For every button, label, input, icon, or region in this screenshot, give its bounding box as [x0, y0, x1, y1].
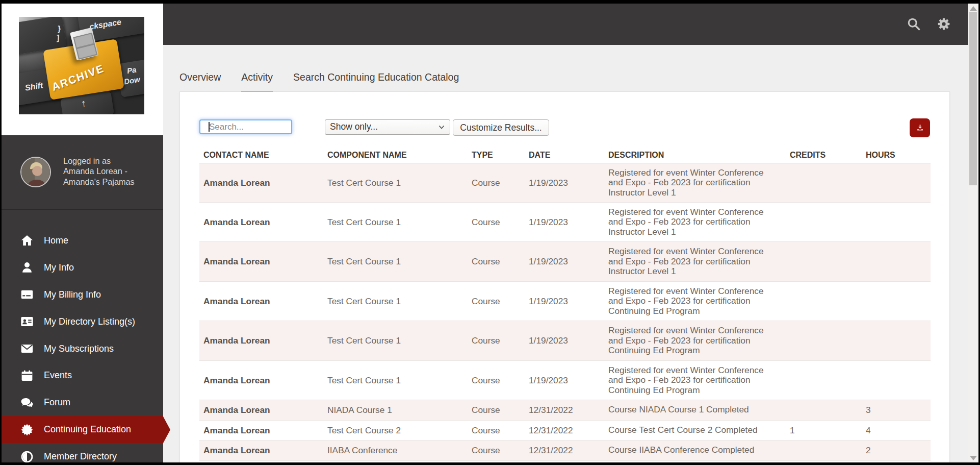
sidebar-item-events[interactable]: Events: [2, 362, 163, 389]
credit-card-icon: [20, 288, 34, 301]
cell-description: Registered for event Winter Conference a…: [608, 286, 774, 316]
cell-credits: 1: [790, 425, 795, 435]
sidebar-menu: HomeMy InfoMy Billing InfoMy Directory L…: [2, 227, 163, 465]
download-button[interactable]: [910, 118, 930, 137]
cell-date: 12/31/2022: [529, 405, 573, 415]
tab-activity[interactable]: Activity: [241, 71, 273, 91]
archive-key: ARCHIVE: [43, 39, 124, 100]
cell-contact: Amanda Lorean: [203, 445, 270, 456]
scroll-thumb[interactable]: [969, 12, 977, 185]
sidebar-item-label: My Directory Listing(s): [44, 316, 135, 327]
table-body: Amanda LoreanTest Cert Course 1Course1/1…: [199, 163, 931, 461]
cell-description: Registered for event Winter Conference a…: [608, 168, 774, 198]
cell-date: 1/19/2023: [529, 335, 568, 346]
envelope-icon: [20, 342, 34, 355]
show-only-select[interactable]: Show only...: [325, 119, 450, 135]
sidebar-item-label: Continuing Education: [44, 424, 131, 435]
cell-component: Test Cert Course 1: [327, 177, 401, 188]
sidebar-item-continuing-education[interactable]: Continuing Education: [2, 416, 163, 443]
logged-in-line1: Logged in as: [63, 156, 135, 166]
cell-type: Course: [472, 405, 500, 415]
gear-icon[interactable]: [937, 17, 951, 31]
sidebar-item-my-info[interactable]: My Info: [2, 254, 163, 281]
scroll-down-arrow[interactable]: [970, 456, 977, 460]
search-icon[interactable]: [907, 17, 921, 31]
window-frame: [0, 0, 2, 465]
column-header-date: DATE: [529, 151, 550, 160]
tab-search-continuing-education-catalog[interactable]: Search Continuing Education Catalog: [293, 71, 459, 91]
cell-description: Course Test Cert Course 2 Completed: [608, 425, 774, 435]
cell-component: NIADA Course 1: [327, 405, 392, 415]
activity-card: Show only... Customize Results... CONTAC…: [179, 91, 950, 464]
sidebar-divider: [2, 209, 163, 210]
cell-contact: Amanda Lorean: [203, 335, 270, 346]
tab-overview[interactable]: Overview: [179, 71, 221, 91]
sidebar-item-my-directory-listing-s[interactable]: My Directory Listing(s): [2, 308, 163, 335]
download-icon: [916, 124, 924, 132]
cell-component: Test Cert Course 1: [327, 335, 401, 346]
sidebar-item-my-subscriptions[interactable]: My Subscriptions: [2, 335, 163, 362]
cell-type: Course: [472, 216, 500, 227]
cell-date: 1/19/2023: [529, 177, 568, 188]
sidebar: } ] ckspace Shift Pa Dow ↑ ARCHIVE: [2, 4, 163, 462]
adjust-icon: [20, 450, 34, 463]
cell-description: Registered for event Winter Conference a…: [608, 247, 774, 277]
customize-results-button[interactable]: Customize Results...: [453, 119, 549, 136]
sidebar-item-member-directory[interactable]: Member Directory: [2, 443, 163, 465]
cell-description: Course IIABA Conference Completed: [608, 446, 774, 456]
cell-type: Course: [472, 296, 500, 306]
cell-component: Test Cert Course 1: [327, 296, 401, 306]
column-header-type: TYPE: [472, 151, 493, 160]
cell-type: Course: [472, 425, 500, 435]
chevron-down-icon: [438, 124, 445, 131]
cell-component: IIABA Conference: [327, 445, 397, 456]
sidebar-item-label: My Billing Info: [44, 289, 101, 300]
comments-icon: [20, 396, 34, 409]
sidebar-item-my-billing-info[interactable]: My Billing Info: [2, 281, 163, 308]
scroll-up-arrow[interactable]: [970, 6, 977, 11]
sidebar-item-label: Forum: [44, 397, 70, 408]
logo-page-label: Pa: [126, 65, 137, 76]
calendar-icon: [20, 369, 34, 382]
cell-contact: Amanda Lorean: [203, 177, 270, 188]
table-row: Amanda LoreanNIADA Course 1Course12/31/2…: [199, 400, 931, 421]
certificate-icon: [20, 423, 34, 436]
user-icon: [20, 261, 34, 274]
cell-description: Registered for event Winter Conference a…: [608, 326, 774, 356]
table-row: Amanda LoreanTest Cert Course 1Course1/1…: [199, 282, 931, 322]
sidebar-item-forum[interactable]: Forum: [2, 389, 163, 416]
logo-area: } ] ckspace Shift Pa Dow ↑ ARCHIVE: [2, 4, 163, 135]
app-window: } ] ckspace Shift Pa Dow ↑ ARCHIVE: [0, 0, 980, 465]
sidebar-item-label: Home: [44, 235, 68, 246]
cell-contact: Amanda Lorean: [203, 425, 270, 435]
cell-type: Course: [472, 177, 500, 188]
table-row: Amanda LoreanTest Cert Course 1Course1/1…: [199, 163, 931, 203]
cell-type: Course: [472, 335, 500, 346]
search-input[interactable]: [199, 119, 292, 134]
main-content: OverviewActivitySearch Continuing Educat…: [163, 45, 968, 462]
column-header-credits: CREDITS: [790, 151, 826, 160]
cell-description: Registered for event Winter Conference a…: [608, 365, 774, 396]
home-icon: [20, 234, 34, 247]
cell-date: 1/19/2023: [529, 216, 568, 227]
scrollbar[interactable]: [968, 4, 978, 462]
show-only-value: Show only...: [330, 121, 378, 132]
cell-date: 1/19/2023: [529, 256, 568, 267]
cell-hours: 2: [866, 445, 871, 456]
cell-description: Registered for event Winter Conference a…: [608, 207, 774, 237]
cell-type: Course: [472, 445, 500, 456]
cell-contact: Amanda Lorean: [203, 405, 270, 415]
cell-contact: Amanda Lorean: [203, 216, 270, 227]
cell-type: Course: [472, 375, 500, 385]
table-row: Amanda LoreanTest Cert Course 2Course12/…: [199, 421, 931, 441]
topbar: [163, 4, 968, 45]
column-header-contact-name: CONTACT NAME: [203, 151, 269, 160]
cell-type: Course: [472, 256, 500, 267]
sidebar-item-home[interactable]: Home: [2, 227, 163, 254]
archive-key-label: ARCHIVE: [50, 56, 121, 93]
table-row: Amanda LoreanIIABA ConferenceCourse12/31…: [199, 440, 931, 461]
window-frame: [0, 0, 980, 4]
cell-contact: Amanda Lorean: [203, 296, 270, 306]
sidebar-item-label: Member Directory: [44, 451, 117, 462]
cell-contact: Amanda Lorean: [203, 375, 270, 385]
